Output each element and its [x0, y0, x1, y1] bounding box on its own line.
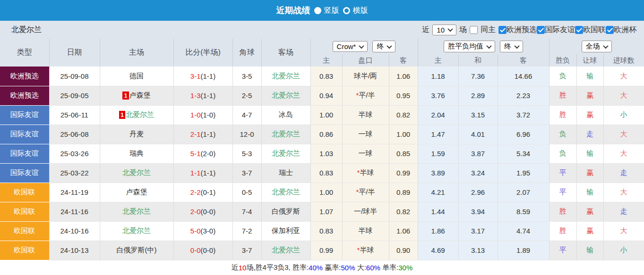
horizontal-layout-radio[interactable]: 横版	[343, 6, 368, 16]
cell-result-winloss: 负	[549, 67, 576, 86]
col-header-type: 类型	[0, 39, 49, 67]
crow-period-select[interactable]: 终	[372, 41, 395, 52]
star-marker: *	[356, 188, 359, 196]
cell-home-team: 1卢森堡	[100, 86, 173, 105]
cell-avg-draw: 2.96	[458, 183, 498, 202]
chevron-down-icon	[359, 43, 364, 48]
match-count-select[interactable]: 10	[432, 25, 456, 35]
halftime-score: (0-0)	[201, 208, 216, 216]
summary-segment: 50%	[341, 264, 355, 272]
sub-header-avg-away: 客	[498, 54, 549, 67]
cell-avg-draw: 3.87	[458, 144, 498, 163]
chevron-down-icon	[387, 43, 392, 48]
cell-handicap: *半球	[342, 241, 389, 260]
cell-avg-away: 6.96	[498, 125, 549, 144]
cell-competition-type: 欧国联	[0, 221, 49, 241]
team-name: 卢森堡	[129, 91, 151, 99]
fulltime-group-header: 全场	[549, 39, 644, 54]
halftime-score: (2-0)	[201, 150, 216, 158]
team-name: 北爱尔兰	[272, 130, 300, 138]
radio-filled-icon[interactable]	[314, 7, 321, 14]
radio-empty-icon[interactable]	[343, 7, 350, 14]
cell-avg-home: 3.76	[418, 86, 458, 105]
cell-odds-away: 0.85	[389, 144, 418, 163]
cell-avg-home: 1.18	[418, 67, 458, 86]
cell-home-team: 白俄罗斯(中)	[100, 241, 173, 260]
team-name: 北爱尔兰	[122, 226, 151, 234]
cell-away-team: 北爱尔兰	[261, 241, 310, 260]
fulltime-select[interactable]: 全场	[582, 41, 612, 52]
cell-odds-home: 1.03	[310, 144, 342, 163]
cell-avg-home: 1.86	[418, 221, 458, 241]
cell-corners: 7-4	[232, 202, 261, 221]
cell-competition-type: 欧洲预选	[0, 67, 49, 86]
cell-avg-away: 2.07	[498, 183, 549, 202]
competition-label: 欧洲预选	[507, 25, 537, 35]
team-name: 冰岛	[279, 110, 293, 118]
cell-result-goals: 大	[603, 86, 644, 105]
cell-score: 1-3(1-1)	[173, 86, 232, 105]
cell-home-team: 北爱尔兰	[100, 221, 173, 241]
cell-result-winloss: 胜	[549, 86, 576, 105]
cell-date: 24-10-16	[49, 221, 100, 241]
summary-segment: 近	[232, 263, 239, 272]
fulltime-score: 1-1	[190, 169, 201, 177]
fulltime-score: 1-0	[190, 111, 201, 119]
cell-away-team: 保加利亚	[261, 221, 310, 241]
avg-period-select[interactable]: 终	[500, 41, 523, 52]
cell-handicap: *平/半	[342, 183, 389, 202]
team-name: 丹麦	[129, 130, 144, 138]
table-row: 国际友谊25-06-08丹麦2-1(1-1)12-0北爱尔兰0.86一球1.00…	[0, 125, 644, 144]
halftime-score: (1-0)	[201, 111, 216, 119]
star-marker: *	[356, 91, 359, 99]
chevron-down-icon	[603, 43, 608, 48]
sub-header-avg-draw: 和	[458, 54, 498, 67]
cell-avg-draw: 7.36	[458, 67, 498, 86]
competition-checkbox-1[interactable]	[537, 26, 545, 34]
cell-odds-home: 1.00	[310, 105, 342, 125]
cell-avg-draw: 3.13	[458, 241, 498, 260]
cell-corners: 0-5	[232, 183, 261, 202]
cell-odds-away: 1.06	[389, 67, 418, 86]
team-name: 北爱尔兰	[272, 188, 300, 196]
cell-odds-home: 0.83	[310, 221, 342, 241]
cell-odds-away: 0.95	[389, 86, 418, 105]
cell-odds-away: 0.99	[389, 163, 418, 183]
cell-competition-type: 国际友谊	[0, 144, 49, 163]
bookmaker-select[interactable]: Crow*	[333, 41, 368, 52]
col-header-away: 客场	[261, 39, 310, 67]
table-row: 欧洲预选25-09-051卢森堡1-3(1-1)2-5北爱尔兰0.94*平/半0…	[0, 86, 644, 105]
cell-odds-away: 0.82	[389, 105, 418, 125]
competition-checkbox-3[interactable]	[606, 26, 614, 34]
team-name: 北爱尔兰	[272, 72, 300, 80]
cell-avg-home: 1.47	[418, 125, 458, 144]
cell-handicap: 一/球半	[342, 202, 389, 221]
cell-away-team: 北爱尔兰	[261, 86, 310, 105]
cell-handicap: 球半/两	[342, 67, 389, 86]
cell-odds-home: 1.07	[310, 202, 342, 221]
cell-result-winloss: 胜	[549, 221, 576, 241]
cell-away-team: 北爱尔兰	[261, 144, 310, 163]
summary-segment: 40%	[309, 264, 323, 272]
cell-score: 5-1(2-0)	[173, 144, 232, 163]
same-home-checkbox[interactable]	[470, 26, 478, 34]
fulltime-score: 5-0	[190, 227, 201, 235]
cell-avg-away: 5.34	[498, 144, 549, 163]
competition-label: 欧洲杯	[614, 25, 636, 35]
cell-corners: 3-5	[232, 67, 261, 86]
cell-result-handicap: 走	[576, 125, 603, 144]
avg-select[interactable]: 胜平负均值	[444, 41, 495, 52]
cell-score: 2-2(0-1)	[173, 183, 232, 202]
competition-checkbox-0[interactable]	[498, 26, 507, 34]
cell-avg-home: 3.89	[418, 163, 458, 183]
cell-competition-type: 国际友谊	[0, 125, 49, 144]
cell-odds-home: 0.86	[310, 125, 342, 144]
cell-result-goals: 大	[603, 221, 644, 241]
cell-competition-type: 国际友谊	[0, 163, 49, 183]
summary-segment: 10	[239, 264, 247, 272]
chevron-down-icon	[486, 43, 491, 48]
vertical-layout-radio[interactable]: 竖版	[314, 6, 339, 16]
competition-checkbox-2[interactable]	[575, 26, 583, 34]
yellow-card-badge: 1	[119, 111, 125, 119]
sub-header-goals: 进球数	[603, 54, 644, 67]
